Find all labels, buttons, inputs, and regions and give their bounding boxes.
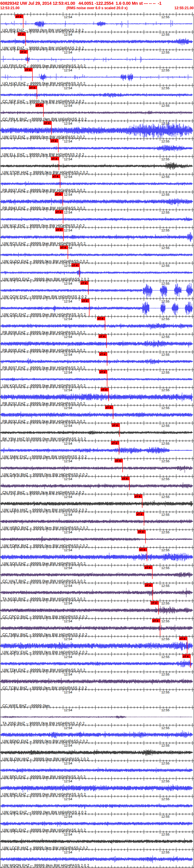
time-label: 12:54 bbox=[64, 797, 72, 801]
trace-waveform[interactable] bbox=[0, 553, 194, 561]
trace-waveform[interactable] bbox=[0, 73, 194, 81]
station-label: UW BEND EHZ -- 99999.0km BW HIGHPASS 2.0… bbox=[2, 739, 88, 743]
trace-waveform[interactable] bbox=[0, 182, 194, 186]
time-label: 12:54 bbox=[64, 637, 72, 641]
time-label: 12:54 bbox=[64, 317, 72, 321]
trace-waveform[interactable] bbox=[0, 447, 194, 454]
time-label: 12:54 bbox=[64, 762, 72, 765]
trace-waveform[interactable] bbox=[0, 411, 194, 418]
time-label: 12:55 bbox=[161, 726, 170, 730]
trace-waveform[interactable] bbox=[0, 252, 194, 257]
trace-waveform[interactable] bbox=[0, 377, 194, 381]
trace-waveform[interactable] bbox=[0, 588, 194, 597]
time-label: 12:54 bbox=[64, 51, 72, 54]
time-label: 12:55 bbox=[161, 104, 170, 107]
trace-waveform[interactable] bbox=[0, 268, 194, 278]
time-label: 12:54 bbox=[64, 601, 72, 605]
trace-waveform[interactable] bbox=[0, 536, 194, 542]
station-label: CN PNT BHZ -- 99999.0km BW HIGHPASS 2.0 … bbox=[2, 491, 84, 495]
station-label: BK YBH HHZ 00 99999.0km BW HIGHPASS 2.0 … bbox=[2, 437, 86, 441]
station-label: CC TMBU BHZ -- 99999.0km BW HIGHPASS 2.0… bbox=[2, 633, 88, 637]
station-label: UW LEBA HHZ -- 99999.0km BW HIGHPASS 2.0… bbox=[2, 508, 87, 512]
trace-waveform[interactable] bbox=[0, 323, 194, 330]
trace-waveform[interactable] bbox=[0, 821, 194, 827]
time-label: 12:54 bbox=[64, 86, 72, 90]
trace-waveform[interactable] bbox=[0, 358, 194, 364]
trace-waveform[interactable] bbox=[0, 678, 194, 684]
seismogram-viewer: 60829342 UW Jul 29, 2014 12:53:41.00 44.… bbox=[0, 0, 194, 868]
trace-waveform[interactable] bbox=[0, 340, 194, 348]
time-label: 12:55 bbox=[161, 140, 170, 143]
seismogram-panel: 12:5412:5512:5412:5512:5412:5512:5412:55… bbox=[0, 0, 194, 868]
pick-label: xT 4 bbox=[106, 406, 111, 409]
trace-waveform[interactable] bbox=[0, 430, 194, 435]
time-label: 12:54 bbox=[64, 779, 72, 783]
time-label: 12:55 bbox=[161, 708, 170, 712]
time-label: 12:55 bbox=[161, 477, 170, 481]
pick-label: xT 4 bbox=[81, 282, 86, 285]
trace-waveform[interactable] bbox=[0, 784, 194, 793]
trace-waveform[interactable] bbox=[0, 145, 194, 152]
time-label: 12:55 bbox=[161, 637, 170, 641]
trace-waveform[interactable] bbox=[0, 93, 194, 98]
pick-label: xT 4 bbox=[139, 548, 145, 551]
trace-waveform[interactable] bbox=[0, 217, 194, 222]
trace-waveform[interactable] bbox=[0, 856, 194, 863]
pick-label: xT 4 bbox=[136, 513, 142, 516]
time-label: 12:55 bbox=[161, 353, 170, 356]
time-label: 12:54 bbox=[64, 477, 72, 481]
station-label: UW BRO EHZ -- 99999.0km BW HIGHPASS 2.0 … bbox=[2, 793, 86, 797]
trace-waveform[interactable] bbox=[0, 749, 194, 756]
station-label: TA N02D BHZ -- 99999.0km BW HIGHPASS 2.0… bbox=[2, 597, 86, 601]
trace-waveform[interactable] bbox=[0, 232, 194, 242]
pick-label: xT 4 bbox=[180, 637, 185, 640]
trace-waveform[interactable] bbox=[0, 466, 194, 473]
station-label: PB B202 EHZ -- 99999.0km BW HIGHPASS 2.0… bbox=[2, 402, 86, 406]
trace-waveform[interactable] bbox=[0, 56, 194, 63]
pick-label: xT 4 bbox=[55, 193, 61, 196]
time-label: 12:55 bbox=[161, 548, 170, 552]
time-label: 12:54 bbox=[64, 513, 72, 517]
station-label: UW ELL EHZ -- 99999.0km BW HIGHPASS 2.0 … bbox=[2, 153, 84, 157]
trace-waveform[interactable] bbox=[0, 606, 194, 615]
trace-waveform[interactable] bbox=[0, 730, 194, 739]
time-label: 12:55 bbox=[161, 495, 170, 499]
trace-waveform[interactable] bbox=[0, 625, 194, 631]
station-label: UW RCS EHZ -- 99999.0km BW HIGHPASS 2.0 … bbox=[2, 242, 86, 246]
pick-label: xT 4 bbox=[122, 477, 127, 480]
trace-waveform[interactable] bbox=[0, 715, 194, 719]
station-label: CC TCBU BHZ -- 99999.0km BW HIGHPASS 2.0… bbox=[2, 686, 87, 690]
time-label: 12:55 bbox=[161, 15, 170, 19]
trace-waveform[interactable] bbox=[0, 659, 194, 668]
pick-label: xT 4 bbox=[153, 619, 158, 622]
pick-label: xT 4 bbox=[100, 371, 105, 374]
time-label: 12:54 bbox=[64, 708, 72, 712]
trace-waveform[interactable] bbox=[0, 572, 194, 578]
pick-label: xT 4 bbox=[56, 211, 61, 214]
trace-waveform[interactable] bbox=[0, 803, 194, 809]
trace-waveform[interactable] bbox=[0, 483, 194, 489]
trace-waveform[interactable] bbox=[0, 393, 194, 402]
trace-waveform[interactable] bbox=[0, 768, 194, 773]
trace-waveform[interactable] bbox=[0, 198, 194, 206]
trace-waveform[interactable] bbox=[0, 838, 194, 844]
trace-waveform[interactable] bbox=[0, 111, 194, 115]
trace-waveform[interactable] bbox=[0, 38, 194, 45]
station-label: UW JORV EHZ -- 99999.0km BW HIGHPASS 2.0… bbox=[2, 650, 88, 654]
trace-waveform[interactable] bbox=[0, 162, 194, 170]
time-label: 12:54 bbox=[64, 673, 72, 676]
pick-label: xT 4 bbox=[112, 424, 118, 427]
time-label: 12:54 bbox=[64, 211, 72, 214]
trace-waveform[interactable] bbox=[0, 519, 194, 524]
trace-waveform[interactable] bbox=[0, 642, 194, 651]
time-label: 12:54 bbox=[64, 371, 72, 374]
pick-label: xT 4 bbox=[145, 566, 150, 569]
station-label: UW OT3 EHZ -- 99999.0km BW HIGHPASS 2.0 … bbox=[2, 135, 85, 139]
trace-waveform[interactable] bbox=[0, 500, 194, 507]
time-label: 12:55 bbox=[161, 673, 170, 676]
time-label: 12:55 bbox=[161, 815, 170, 818]
time-label: 12:55 bbox=[161, 335, 170, 339]
trace-waveform[interactable] bbox=[0, 20, 194, 28]
time-label: 12:54 bbox=[64, 424, 72, 428]
time-label: 12:55 bbox=[161, 530, 170, 534]
